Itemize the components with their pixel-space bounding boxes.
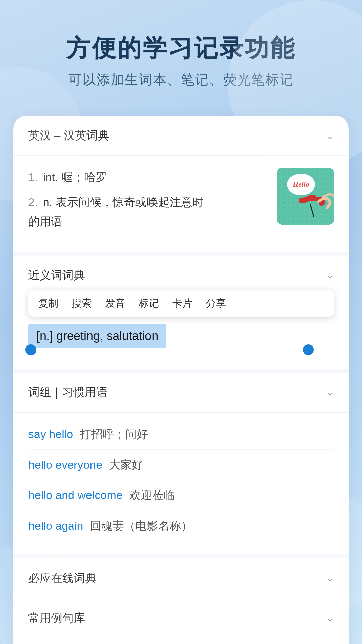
context-menu-mark[interactable]: 标记 xyxy=(139,297,159,310)
dict-section-title: 英汉 – 汉英词典 xyxy=(28,128,109,143)
context-menu-search[interactable]: 搜索 xyxy=(72,297,92,310)
def-pos-2: n. xyxy=(43,196,56,208)
phrase-row-4[interactable]: hello again 回魂妻（电影名称） xyxy=(28,511,334,541)
phrase-en-4: hello again xyxy=(28,519,83,532)
context-menu-card[interactable]: 卡片 xyxy=(172,297,192,310)
phrase-zh-4: 回魂妻（电影名称） xyxy=(90,518,192,534)
hello-telephone-image: Hello xyxy=(277,168,334,225)
def-text-1: 喔；哈罗 xyxy=(61,171,107,183)
phrase-row-3[interactable]: hello and welcome 欢迎莅临 xyxy=(28,480,334,511)
phrases-section: 词组｜习惯用语 ⌄ say hello 打招呼；问好 hello everyon… xyxy=(13,373,349,558)
selection-area: [n.] greeting, salutation xyxy=(28,324,334,348)
def-pos-1: int. xyxy=(43,171,61,183)
main-title: 方便的学习记录功能 xyxy=(27,34,335,62)
dict-definitions: 1. int. 喔；哈罗 2. n. 表示问候，惊奇或唤起注意时的用语 xyxy=(28,168,277,236)
context-menu-copy[interactable]: 复制 xyxy=(38,297,58,310)
common-sentences-section[interactable]: 常用例句库 ⌄ xyxy=(13,598,349,638)
phrase-en-1: say hello xyxy=(28,428,73,441)
selection-handle-right xyxy=(303,344,314,355)
dict-chevron-up-icon: ⌄ xyxy=(326,130,334,141)
def-num-2: 2. xyxy=(28,196,38,208)
phrase-zh-1: 打招呼；问好 xyxy=(80,427,148,442)
phrase-zh-3: 欢迎莅临 xyxy=(129,488,175,503)
synonym-header[interactable]: 近义词词典 ⌄ xyxy=(13,256,349,283)
bing-dict-title: 必应在线词典 xyxy=(28,571,97,586)
synonym-section-title: 近义词词典 xyxy=(28,268,85,283)
header-section: 方便的学习记录功能 可以添加生词本、笔记、荧光笔标记 xyxy=(0,0,362,109)
synonym-section: 近义词词典 ⌄ 复制 搜索 发音 标记 卡片 分享 [n.] greeting,… xyxy=(13,256,349,373)
phrases-section-header[interactable]: 词组｜习惯用语 ⌄ xyxy=(13,373,349,413)
context-menu-share[interactable]: 分享 xyxy=(206,297,226,310)
audio-sentences-section[interactable]: 听力原声例句 + xyxy=(13,638,349,644)
main-card: 英汉 – 汉英词典 ⌄ 1. int. 喔；哈罗 2. n. 表示问候，惊奇或唤… xyxy=(13,116,349,644)
dict-content: 1. int. 喔；哈罗 2. n. 表示问候，惊奇或唤起注意时的用语 xyxy=(13,156,349,255)
dict-section-header[interactable]: 英汉 – 汉英词典 ⌄ xyxy=(13,116,349,156)
phrases-section-title: 词组｜习惯用语 xyxy=(28,385,108,400)
selection-handle-left xyxy=(25,344,36,355)
phrase-en-3: hello and welcome xyxy=(28,489,123,502)
context-menu-pronounce[interactable]: 发音 xyxy=(105,297,125,310)
phrases-chevron-up-icon: ⌄ xyxy=(326,387,334,398)
sub-title: 可以添加生词本、笔记、荧光笔标记 xyxy=(27,70,335,89)
common-sentences-title: 常用例句库 xyxy=(28,610,85,626)
def-num-1: 1. xyxy=(28,171,38,183)
phrase-row-2[interactable]: hello everyone 大家好 xyxy=(28,450,334,480)
phrase-row-1[interactable]: say hello 打招呼；问好 xyxy=(28,419,334,450)
selected-text: [n.] greeting, salutation xyxy=(28,324,166,348)
svg-text:Hello: Hello xyxy=(292,180,309,189)
phrase-zh-2: 大家好 xyxy=(109,457,143,473)
dict-def-1: 1. int. 喔；哈罗 xyxy=(28,168,267,187)
context-menu: 复制 搜索 发音 标记 卡片 分享 xyxy=(28,290,334,317)
synonym-chevron-up-icon: ⌄ xyxy=(326,270,334,281)
common-sentences-chevron-icon: ⌄ xyxy=(326,612,334,624)
bing-dict-section[interactable]: 必应在线词典 ⌄ xyxy=(13,558,349,598)
hello-bg-svg: Hello xyxy=(277,168,334,225)
dict-def-2: 2. n. 表示问候，惊奇或唤起注意时的用语 xyxy=(28,193,267,231)
phrases-content: say hello 打招呼；问好 hello everyone 大家好 hell… xyxy=(13,413,349,554)
phrase-en-2: hello everyone xyxy=(28,458,102,471)
bing-dict-chevron-icon: ⌄ xyxy=(326,573,334,584)
